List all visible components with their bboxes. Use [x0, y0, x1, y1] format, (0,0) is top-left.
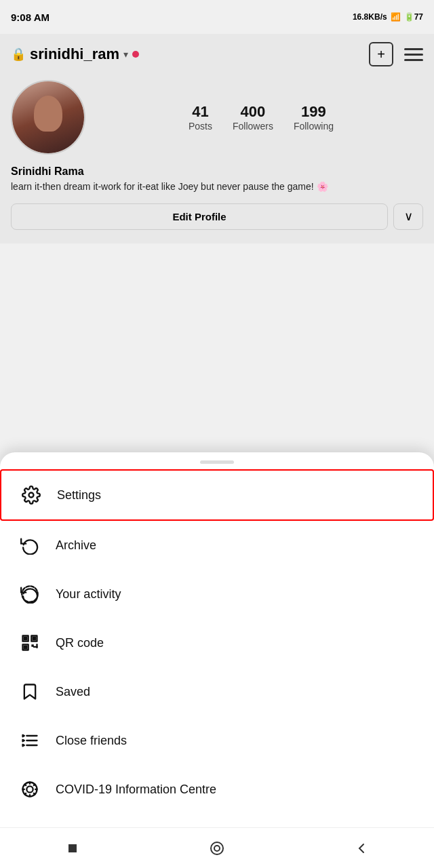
menu-button[interactable]	[404, 48, 423, 61]
archive-icon	[19, 534, 41, 556]
following-label: Following	[294, 121, 334, 132]
qr-code-icon	[19, 632, 41, 654]
activity-icon	[19, 583, 41, 605]
covid-label: COVID-19 Information Centre	[56, 783, 216, 797]
svg-point-15	[26, 786, 33, 792]
network-speed: 16.8KB/s	[353, 12, 387, 22]
edit-profile-row: Edit Profile ∨	[11, 203, 423, 230]
followers-stat[interactable]: 400 Followers	[233, 103, 273, 132]
posts-label: Posts	[189, 121, 212, 132]
dropdown-chevron-icon: ▾	[123, 49, 128, 60]
nav-actions: +	[369, 42, 423, 66]
your-activity-label: Your activity	[56, 587, 121, 601]
drag-handle	[200, 460, 234, 464]
close-friends-icon	[19, 730, 41, 751]
followers-label: Followers	[233, 121, 273, 132]
top-nav: 🔒 srinidhi_ram ▾ +	[11, 42, 423, 66]
bottom-sheet-menu: Settings Archive Your activity	[0, 452, 434, 827]
following-count: 199	[301, 103, 326, 121]
svg-rect-7	[24, 646, 27, 649]
add-content-button[interactable]: +	[369, 42, 393, 66]
settings-label: Settings	[57, 488, 101, 502]
status-indicators: 16.8KB/s 📶 🔋77	[353, 12, 423, 22]
menu-item-archive[interactable]: Archive	[0, 521, 434, 570]
saved-label: Saved	[56, 685, 90, 699]
close-friends-label: Close friends	[56, 734, 127, 748]
followers-count: 400	[241, 103, 266, 121]
stats-row: 41 Posts 400 Followers 199 Following	[99, 103, 423, 132]
display-name: Srinidhi Rama	[11, 165, 423, 178]
saved-icon	[19, 681, 41, 703]
svg-marker-13	[23, 745, 24, 746]
menu-item-saved[interactable]: Saved	[0, 667, 434, 716]
battery-icon: 🔋77	[404, 12, 423, 22]
svg-point-0	[29, 493, 34, 498]
username-area[interactable]: 🔒 srinidhi_ram ▾	[11, 45, 139, 63]
covid-icon	[19, 778, 41, 800]
svg-rect-5	[24, 637, 27, 640]
hamburger-line	[404, 59, 423, 61]
posts-count: 41	[192, 103, 208, 121]
plus-icon: +	[377, 47, 385, 62]
avatar[interactable]	[11, 80, 85, 155]
lock-icon: 🔒	[11, 47, 26, 62]
qr-code-label: QR code	[56, 636, 104, 650]
sheet-handle	[0, 452, 434, 469]
following-stat[interactable]: 199 Following	[294, 103, 334, 132]
chevron-down-icon: ∨	[404, 209, 413, 224]
username-text: srinidhi_ram	[30, 45, 119, 63]
svg-point-17	[211, 842, 223, 854]
svg-point-18	[214, 846, 220, 851]
signal-icon: 📶	[391, 12, 401, 22]
avatar-image	[12, 81, 84, 153]
home-button[interactable]	[203, 835, 231, 862]
menu-item-your-activity[interactable]: Your activity	[0, 570, 434, 618]
status-bar: 9:08 AM 16.8KB/s 📶 🔋77	[0, 0, 434, 34]
profile-info-row: 41 Posts 400 Followers 199 Following	[11, 80, 423, 155]
menu-item-covid[interactable]: COVID-19 Information Centre	[0, 765, 434, 814]
bio-text: learn it-then dream it-work for it-eat l…	[11, 180, 423, 194]
svg-rect-6	[33, 637, 36, 640]
status-time: 9:08 AM	[11, 12, 50, 23]
archive-label: Archive	[56, 538, 96, 553]
svg-marker-12	[23, 740, 24, 741]
bio-section: Srinidhi Rama learn it-then dream it-wor…	[11, 165, 423, 194]
svg-rect-16	[68, 844, 77, 852]
expand-button[interactable]: ∨	[393, 203, 423, 230]
hamburger-line	[404, 48, 423, 50]
bottom-nav-bar	[0, 827, 434, 868]
svg-marker-11	[23, 735, 24, 736]
hamburger-line	[404, 54, 423, 56]
recent-apps-button[interactable]	[348, 835, 375, 862]
settings-icon	[20, 484, 42, 506]
edit-profile-button[interactable]: Edit Profile	[11, 203, 388, 230]
profile-section: 🔒 srinidhi_ram ▾ + 41 Posts	[0, 34, 434, 243]
notification-dot	[132, 51, 139, 58]
posts-stat[interactable]: 41 Posts	[189, 103, 212, 132]
menu-item-close-friends[interactable]: Close friends	[0, 716, 434, 765]
menu-item-settings[interactable]: Settings	[0, 469, 434, 521]
back-button[interactable]	[59, 835, 86, 862]
menu-item-qr-code[interactable]: QR code	[0, 618, 434, 667]
